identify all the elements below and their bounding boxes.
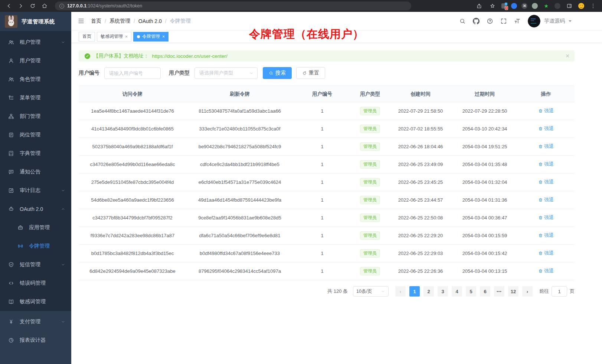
browser-reload-icon[interactable] (28, 3, 37, 9)
sidebar-item-label: 岗位管理 (20, 132, 65, 138)
search-icon[interactable] (459, 18, 466, 24)
sidebar-item-report-designer[interactable]: 报表设计器 (0, 331, 71, 350)
browser-home-icon[interactable] (40, 3, 49, 9)
page-button-2[interactable]: 2 (423, 286, 434, 297)
force-logout-button[interactable]: 强退 (538, 196, 554, 203)
force-logout-button[interactable]: 强退 (538, 268, 554, 274)
user-avatar[interactable] (528, 15, 540, 27)
force-logout-button[interactable]: 强退 (538, 161, 554, 168)
sidebar-item-role-management[interactable]: 角色管理 (0, 70, 71, 89)
tab-close-icon[interactable]: × (125, 34, 128, 39)
force-logout-button[interactable]: 强退 (538, 214, 554, 221)
site-info-icon[interactable]: i (59, 4, 64, 9)
app-logo[interactable]: 芋道管理系统 (0, 12, 71, 31)
hamburger-icon[interactable] (78, 17, 85, 24)
extension-dark-icon[interactable] (554, 3, 560, 9)
column-header: 操作 (517, 86, 575, 102)
username-label[interactable]: 芋道源码 (544, 18, 565, 24)
force-logout-button[interactable]: 强退 (538, 232, 554, 239)
goto-page-input[interactable] (552, 286, 567, 297)
page-button-3[interactable]: 3 (438, 286, 448, 297)
page-ellipsis[interactable]: ••• (494, 286, 504, 297)
page-size-select[interactable]: 10条/页 (353, 286, 389, 297)
fullscreen-icon[interactable] (500, 18, 507, 24)
browser-forward-icon[interactable] (16, 3, 25, 9)
column-header: 创建时间 (389, 86, 452, 102)
font-size-icon[interactable] (514, 18, 521, 24)
bookmark-star-icon[interactable] (488, 3, 497, 9)
force-logout-button[interactable]: 强退 (538, 179, 554, 185)
help-icon[interactable] (487, 18, 493, 24)
breadcrumb-item[interactable]: 系统管理 (109, 18, 130, 24)
reset-button[interactable]: 重置 (296, 67, 325, 79)
extension-green-star-icon[interactable]: ★ (542, 3, 550, 9)
top-navbar: 首页/系统管理/OAuth 2.0/令牌管理 芋道源码 (71, 12, 602, 30)
sidebar-item-oauth2[interactable]: OAuth 2.0 (0, 200, 71, 218)
tab-close-icon[interactable]: × (162, 34, 165, 39)
side-panel-icon[interactable] (565, 3, 574, 9)
tab-sensitive-word[interactable]: 敏感词管理× (97, 32, 131, 42)
force-logout-button[interactable]: 强退 (538, 250, 554, 257)
address-bar[interactable]: i 127.0.0.1:1024/system/oauth2/token (55, 1, 411, 10)
sidebar-item-pay-management[interactable]: 支付管理 (0, 312, 71, 331)
tab-home[interactable]: 首页 (79, 32, 95, 42)
force-logout-button[interactable]: 强退 (538, 107, 554, 114)
sidebar-item-menu-management[interactable]: 菜单管理 (0, 89, 71, 107)
sidebar-item-user-management[interactable]: 用户管理 (0, 52, 71, 70)
column-header: 过期时间 (452, 86, 517, 102)
sidebar-item-post-management[interactable]: 岗位管理 (0, 126, 71, 144)
breadcrumb-item[interactable]: OAuth 2.0 (138, 18, 162, 24)
prev-page-button[interactable]: ‹ (395, 286, 406, 297)
sidebar-item-oauth2-application[interactable]: 应用管理 (0, 218, 71, 237)
share-icon[interactable] (475, 3, 484, 9)
page-button-4[interactable]: 4 (452, 286, 462, 297)
sidebar-item-dict-management[interactable]: 字典管理 (0, 144, 71, 163)
extension-blue-icon[interactable] (511, 3, 517, 9)
alert-close-icon[interactable]: ✕ (565, 53, 570, 59)
next-page-button[interactable]: › (522, 286, 533, 297)
breadcrumb-item[interactable]: 首页 (91, 18, 101, 24)
sidebar-item-notice-announcement[interactable]: 通知公告 (0, 163, 71, 181)
github-icon[interactable] (473, 18, 480, 24)
errcode-icon (8, 280, 14, 286)
doc-link[interactable]: https://doc.iocoder.cn/user-center/ (152, 53, 228, 59)
sidebar-item-sensitive-word[interactable]: 敏感词管理 (0, 292, 71, 311)
page-button-6[interactable]: 6 (480, 286, 490, 297)
user-id-cell: 1 (293, 227, 351, 245)
sidebar-item-dept-management[interactable]: 部门管理 (0, 107, 71, 126)
force-logout-button[interactable]: 强退 (538, 143, 554, 150)
chevron-down-icon (61, 320, 65, 324)
sidebar-item-audit-log[interactable]: 审计日志 (0, 181, 71, 200)
user-id-cell: 1 (293, 173, 351, 191)
sidebar-item-oauth2-token[interactable]: 令牌管理 (0, 237, 71, 255)
extension-command-icon[interactable]: ⌘ (521, 3, 527, 9)
created-time-cell: 2022-06-25 22:29:20 (389, 227, 452, 245)
caret-down-icon[interactable] (569, 20, 572, 23)
user-type-badge: 管理员 (360, 196, 380, 204)
post-icon (8, 132, 14, 138)
browser-menu-icon[interactable] (589, 3, 598, 9)
user-id-cell: 1 (293, 138, 351, 156)
user-type-select[interactable]: 请选择用户类型 (194, 67, 258, 79)
tab-label: 令牌管理 (142, 33, 160, 40)
page-button-1[interactable]: 1 (409, 286, 420, 297)
success-check-icon: ✓ (85, 53, 90, 59)
browser-back-icon[interactable] (4, 3, 13, 9)
users-icon (8, 39, 14, 45)
user-id-input[interactable] (104, 67, 161, 79)
page-button-5[interactable]: 5 (466, 286, 476, 297)
sidebar-item-error-code-management[interactable]: 错误码管理 (0, 274, 71, 292)
user-type-cell: 管理员 (351, 227, 389, 245)
force-logout-button[interactable]: 强退 (538, 125, 554, 132)
page-button-12[interactable]: 12 (508, 286, 518, 297)
extension-gray-icon[interactable] (532, 3, 538, 9)
refresh-token-cell: cdfc4ce9c2da4bb1bdf21b9918ff4be5 (186, 156, 293, 173)
extension-icon[interactable]: 9 (501, 3, 507, 9)
profile-emoji-icon[interactable] (578, 3, 584, 9)
user-id-cell: 1 (293, 120, 351, 138)
sidebar-item-sms-management[interactable]: 短信管理 (0, 255, 71, 274)
user-type-badge: 管理员 (360, 178, 380, 186)
search-button[interactable]: 搜索 (263, 67, 292, 79)
tab-token[interactable]: 令牌管理× (133, 32, 169, 42)
sidebar-item-tenant-management[interactable]: 租户管理 (0, 33, 71, 52)
